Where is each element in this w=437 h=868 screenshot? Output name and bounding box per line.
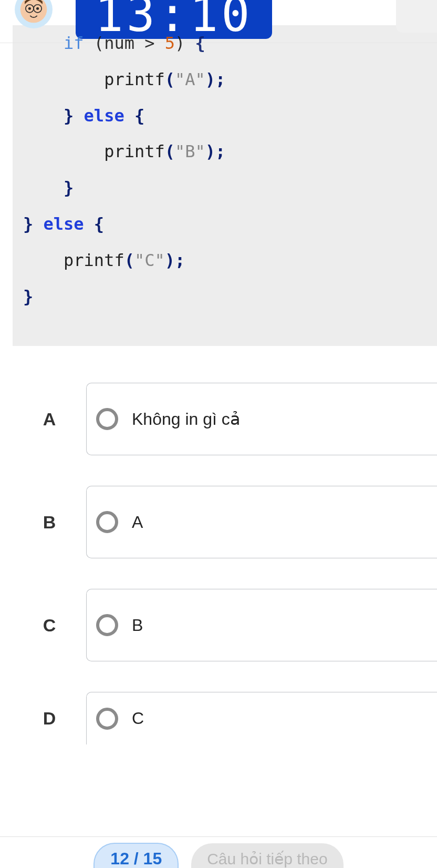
code-line: }	[23, 170, 426, 206]
footer: 12 / 15 Câu hỏi tiếp theo	[0, 836, 437, 868]
radio-icon[interactable]	[96, 511, 118, 533]
answer-option[interactable]: A	[86, 486, 437, 558]
code-line: printf("C");	[23, 242, 426, 279]
answer-row: BA	[13, 486, 437, 558]
svg-point-4	[28, 7, 31, 10]
answer-row: DC	[13, 692, 437, 744]
code-line: } else {	[23, 206, 426, 242]
answer-letter: A	[13, 409, 86, 430]
answer-text: Không in gì cả	[132, 409, 241, 429]
code-line: printf("B");	[23, 134, 426, 170]
answer-text: A	[132, 513, 143, 532]
answer-letter: C	[13, 615, 86, 636]
code-block: if (num > 5) { printf("A"); } else { pri…	[13, 25, 437, 346]
progress-pill[interactable]: 12 / 15	[93, 843, 179, 868]
code-line: } else {	[23, 98, 426, 134]
answer-row: CB	[13, 589, 437, 661]
answer-option[interactable]: B	[86, 589, 437, 661]
answer-option[interactable]: C	[86, 692, 437, 744]
radio-icon[interactable]	[96, 408, 118, 430]
next-question-button[interactable]: Câu hỏi tiếp theo	[191, 843, 343, 868]
radio-icon[interactable]	[96, 708, 118, 730]
code-line: }	[23, 279, 426, 315]
code-line: printf("A");	[23, 62, 426, 98]
avatar[interactable]	[15, 0, 53, 28]
radio-icon[interactable]	[96, 614, 118, 636]
main-content: if (num > 5) { printf("A"); } else { pri…	[0, 25, 437, 744]
answer-option[interactable]: Không in gì cả	[86, 383, 437, 455]
answer-text: C	[132, 709, 144, 728]
avatar-face-icon	[19, 0, 48, 24]
answers-list: AKhông in gì cảBACBDC	[13, 346, 437, 744]
answer-text: B	[132, 616, 143, 635]
svg-point-5	[36, 7, 39, 10]
svg-point-0	[20, 0, 47, 23]
answer-letter: D	[13, 708, 86, 729]
code-line: if (num > 5) {	[23, 25, 426, 62]
answer-letter: B	[13, 512, 86, 533]
answer-row: AKhông in gì cả	[13, 383, 437, 455]
